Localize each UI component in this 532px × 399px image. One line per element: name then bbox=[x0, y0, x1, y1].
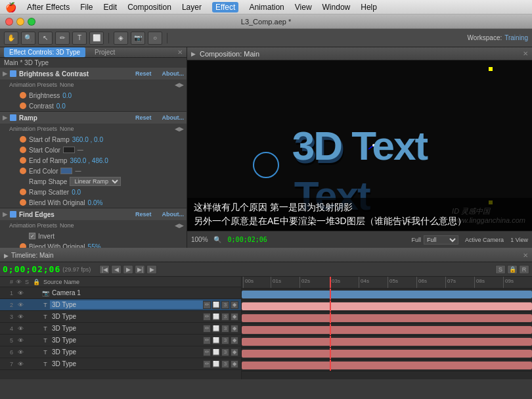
tl-solo[interactable]: S bbox=[495, 265, 506, 274]
tl-first-frame[interactable]: |◀ bbox=[99, 265, 110, 274]
layer-2-null[interactable]: ◆ bbox=[231, 301, 238, 309]
toolbar-zoom[interactable]: 🔍 bbox=[21, 32, 35, 45]
layer-2-3d[interactable]: 3 bbox=[221, 301, 229, 309]
end-ramp-stopwatch[interactable] bbox=[20, 157, 26, 164]
fe-blend-value[interactable]: 55% bbox=[88, 243, 101, 248]
layer-3-null[interactable]: ◆ bbox=[231, 313, 238, 321]
layer-2-pen[interactable]: ✏ bbox=[203, 301, 211, 309]
tl-last-frame[interactable]: ▶ bbox=[146, 265, 157, 274]
camera-bar[interactable] bbox=[242, 291, 532, 298]
layer-6-mask[interactable]: ⬜ bbox=[212, 348, 220, 356]
ramp-blend-stopwatch[interactable] bbox=[20, 199, 26, 206]
layer-6-pen[interactable]: ✏ bbox=[203, 348, 211, 356]
layer-6-3d[interactable]: 3 bbox=[221, 348, 229, 356]
tl-lock[interactable]: 🔒 bbox=[507, 265, 518, 274]
layer-row-4[interactable]: 4 👁 T 3D Type ✏ ⬜ 3 ◆ bbox=[0, 323, 241, 335]
layer-row-6[interactable]: 6 👁 T 3D Type ✏ ⬜ 3 ◆ bbox=[0, 346, 241, 358]
layer-5-eye[interactable]: 👁 bbox=[16, 337, 25, 344]
layer-7-eye[interactable]: 👁 bbox=[16, 361, 25, 367]
layer-3-pen[interactable]: ✏ bbox=[203, 313, 211, 321]
layer-3-3d[interactable]: 3 bbox=[221, 313, 229, 321]
tl-next-frame[interactable]: ▶| bbox=[135, 265, 145, 274]
expand-icon[interactable]: ▶ bbox=[3, 70, 7, 77]
ramp-expand-icon[interactable]: ▶ bbox=[3, 114, 7, 121]
layer-5-bar[interactable] bbox=[242, 338, 532, 346]
menu-layer[interactable]: Layer bbox=[182, 3, 202, 12]
layer-7-pen[interactable]: ✏ bbox=[203, 360, 211, 368]
ramp-anim-arrows[interactable]: ◀▶ bbox=[175, 126, 184, 132]
find-edges-reset[interactable]: Reset bbox=[135, 211, 152, 218]
layer-5-null[interactable]: ◆ bbox=[231, 337, 238, 344]
tl-prev-frame[interactable]: ◀ bbox=[111, 265, 122, 274]
timeline-ruler[interactable]: 00s 01s 02s 03s 04s 05s 06s 07s 08s 09s … bbox=[242, 277, 532, 379]
find-edges-arrows[interactable]: ◀▶ bbox=[175, 222, 184, 229]
maximize-button[interactable] bbox=[28, 18, 35, 26]
toolbar-shape[interactable]: ⬜ bbox=[89, 32, 104, 45]
toolbar-camera[interactable]: 📷 bbox=[131, 32, 145, 45]
layer-2-eye[interactable]: 👁 bbox=[16, 302, 25, 308]
anim-arrows[interactable]: ◀▶ bbox=[175, 82, 184, 88]
ramp-blend-value[interactable]: 0.0% bbox=[88, 199, 103, 206]
ramp-about[interactable]: About... bbox=[162, 114, 185, 121]
layer-row-7[interactable]: 7 👁 T 3D Type ✏ ⬜ 3 ◆ bbox=[0, 358, 241, 370]
tab-project[interactable]: Project bbox=[89, 47, 120, 57]
layer-row-2[interactable]: 2 👁 T 3D Type ✏ ⬜ 3 ◆ bbox=[0, 299, 241, 311]
menu-file[interactable]: File bbox=[80, 3, 93, 12]
end-color-swatch[interactable] bbox=[60, 168, 72, 174]
resolution-select[interactable]: FullHalfQuarter bbox=[424, 235, 458, 245]
brightness-contrast-reset[interactable]: Reset bbox=[135, 70, 152, 77]
start-ramp-value[interactable]: 360.0 , 0.0 bbox=[72, 136, 103, 143]
layer-4-mask[interactable]: ⬜ bbox=[212, 325, 220, 333]
traffic-lights[interactable] bbox=[5, 18, 35, 26]
layer-7-mask[interactable]: ⬜ bbox=[212, 360, 220, 368]
menu-effect[interactable]: Effect bbox=[212, 2, 238, 12]
panel-close-btn[interactable]: ✕ bbox=[177, 49, 183, 56]
layer-1-eye[interactable]: 👁 bbox=[16, 290, 25, 296]
selection-circle[interactable] bbox=[253, 152, 279, 178]
layer-row-1[interactable]: 1 👁 📷 Camera 1 bbox=[0, 287, 241, 299]
fe-blend-stopwatch[interactable] bbox=[20, 243, 26, 248]
layer-6-null[interactable]: ◆ bbox=[231, 348, 238, 356]
layer-row-5[interactable]: 5 👁 T 3D Type ✏ ⬜ 3 ◆ bbox=[0, 335, 241, 346]
layer-5-pen[interactable]: ✏ bbox=[203, 337, 211, 344]
comp-canvas[interactable]: 3D Text 3D Text 3D Text bbox=[187, 60, 532, 231]
layer-3-mask[interactable]: ⬜ bbox=[212, 313, 220, 321]
ramp-scatter-stopwatch[interactable] bbox=[20, 189, 26, 195]
tl-play[interactable]: ▶ bbox=[123, 265, 133, 274]
invert-checkbox-container[interactable]: ✓ Invert bbox=[29, 233, 55, 240]
menu-help[interactable]: Help bbox=[361, 3, 377, 12]
menu-edit[interactable]: Edit bbox=[103, 3, 117, 12]
layer-row-3[interactable]: 3 👁 T 3D Type ✏ ⬜ 3 ◆ bbox=[0, 311, 241, 323]
layer-4-bar[interactable] bbox=[242, 326, 532, 334]
start-ramp-stopwatch[interactable] bbox=[20, 136, 26, 143]
tab-effect-controls[interactable]: Effect Controls: 3D Type bbox=[4, 47, 85, 57]
layer-2-bar[interactable] bbox=[242, 302, 532, 310]
ramp-reset[interactable]: Reset bbox=[135, 114, 152, 121]
layer-5-mask[interactable]: ⬜ bbox=[212, 337, 220, 344]
menu-after-effects[interactable]: After Effects bbox=[27, 3, 70, 12]
layer-7-3d[interactable]: 3 bbox=[221, 360, 229, 368]
toolbar-hand[interactable]: ✋ bbox=[4, 32, 18, 45]
comp-close[interactable]: ✕ bbox=[523, 50, 528, 57]
layer-4-null[interactable]: ◆ bbox=[231, 325, 238, 333]
start-color-arrow[interactable]: — bbox=[78, 147, 83, 153]
end-ramp-value[interactable]: 360.0 , 486.0 bbox=[70, 157, 108, 164]
contrast-value[interactable]: 0.0 bbox=[56, 103, 66, 110]
tl-render[interactable]: R bbox=[519, 265, 529, 274]
menu-window[interactable]: Window bbox=[322, 3, 351, 12]
layer-3-bar[interactable] bbox=[242, 314, 532, 322]
brightness-contrast-about[interactable]: About... bbox=[162, 70, 185, 77]
toolbar-puppet[interactable]: ◈ bbox=[114, 32, 128, 45]
find-edges-about[interactable]: About... bbox=[162, 211, 185, 218]
corner-handle-tr[interactable] bbox=[489, 67, 493, 71]
toolbar-pen[interactable]: ✏ bbox=[55, 32, 70, 45]
apple-icon[interactable]: 🍎 bbox=[5, 2, 16, 12]
menu-composition[interactable]: Composition bbox=[127, 3, 171, 12]
start-color-swatch[interactable] bbox=[63, 147, 75, 153]
toolbar-select[interactable]: ↖ bbox=[38, 32, 53, 45]
menu-animation[interactable]: Animation bbox=[249, 3, 284, 12]
toolbar-orbit[interactable]: ○ bbox=[148, 32, 162, 45]
layer-2-mask[interactable]: ⬜ bbox=[212, 301, 220, 309]
layer-6-eye[interactable]: 👁 bbox=[16, 349, 25, 356]
contrast-stopwatch[interactable] bbox=[20, 103, 26, 109]
